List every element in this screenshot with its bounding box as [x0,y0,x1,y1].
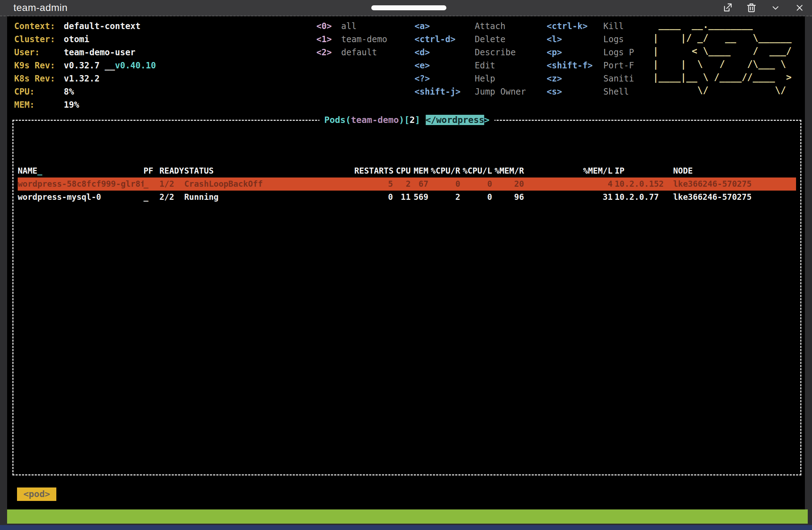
action-shortcut-key: <z> [547,72,562,85]
cell: _ [143,191,159,204]
info-value: otomi [64,33,89,46]
action-shortcut-key: <shift-j> [415,85,461,98]
namespace-shortcut-key: <1> [316,33,332,46]
breadcrumb-part: [ [404,115,410,125]
k9s-new-version: v0.40.10 [115,61,156,71]
column-header: STATUS [184,164,354,177]
cell: 2 [395,177,413,191]
breadcrumb-part: </wordpress [425,115,484,125]
action-shortcut-key: <?> [415,72,430,85]
info-label: K8s Rev: [14,72,55,85]
cell: 2 [430,191,462,204]
column-header: %CPU/L [462,164,494,177]
cell: 0 [462,177,494,191]
pods-panel: Pods(team-demo)[2] </wordpress> NAME_PFR… [12,120,801,475]
action-shortcut-label: Kill [603,20,624,33]
column-header: MEM [413,164,430,177]
cell: lke366246-570275 [673,177,796,191]
action-shortcut-label: Port-F [603,59,634,72]
info-value: 19% [64,98,79,112]
terminal-screen: Context:default-contextCluster:otomiUser… [7,16,805,509]
close-icon[interactable] [794,2,806,14]
breadcrumb-part: Pods( [324,115,351,125]
pods-table: NAME_PFREADYSTATUSRESTARTSCPUMEM%CPU/R%C… [13,160,800,204]
info-label: CPU: [14,85,35,98]
open-in-new-icon[interactable] [721,2,733,14]
info-value: v1.32.2 [64,72,100,85]
bottom-strip [0,525,812,530]
column-header: NODE [673,164,796,177]
chevron-down-icon[interactable] [769,2,782,14]
action-shortcut-label: Help [475,72,495,85]
info-value: default-context [64,20,141,33]
action-shortcut-label: Attach [475,20,506,33]
titlebar: team-admin [0,0,812,16]
titlebar-icons [721,2,806,14]
action-shortcut-label: Delete [475,33,506,46]
column-header: RESTARTS [354,164,395,177]
info-value: team-demo-user [64,46,135,59]
drag-handle[interactable] [371,5,446,10]
action-shortcut-key: <shift-f> [547,59,593,72]
cell: 31 [526,191,615,204]
cell: 5 [354,177,395,191]
namespace-shortcut-key: <0> [316,20,332,33]
action-shortcut-key: <l> [547,33,562,46]
pods-breadcrumb: Pods(team-demo)[2] </wordpress> [319,113,495,127]
action-shortcut-label: Saniti [603,72,634,85]
action-shortcut-label: Logs P [603,46,634,59]
cell: 2/2 [159,191,184,204]
column-header: IP [615,164,673,177]
action-shortcut-label: Shell [603,85,629,98]
info-label: Cluster: [14,33,55,46]
breadcrumb-part: 2 [410,115,415,125]
column-header: READY [159,164,184,177]
breadcrumb-part: > [484,115,490,125]
column-header: CPU [395,164,413,177]
table-header-row: NAME_PFREADYSTATUSRESTARTSCPUMEM%CPU/R%C… [18,164,796,177]
cell: Running [184,191,354,204]
info-label: MEM: [14,98,35,112]
cell: 0 [462,191,494,204]
trash-icon[interactable] [745,2,757,14]
namespace-shortcut-label: team-demo [341,33,387,46]
action-shortcut-key: <s> [547,85,562,98]
column-header: %MEM/L [526,164,615,177]
cell: 11 [395,191,413,204]
resource-badge: <pod> [17,487,56,501]
action-shortcut-key: <ctrl-k> [547,20,588,33]
action-shortcut-label: Jump Owner [475,85,526,98]
column-header: %CPU/R [430,164,462,177]
cell: wordpress-58c8fcf999-glr8f [18,177,143,191]
cell: 569 [413,191,430,204]
pod-row[interactable]: wordpress-58c8fcf999-glr8f_1/2CrashLoopB… [18,177,796,191]
breadcrumb-part: team-demo [351,115,399,125]
namespace-shortcut-label: all [341,20,356,33]
action-shortcut-label: Edit [475,59,495,72]
action-shortcut-key: <e> [415,59,430,72]
action-shortcut-key: <d> [415,46,430,59]
info-label: K9s Rev: [14,59,55,72]
action-shortcut-key: <ctrl-d> [415,33,456,46]
cell: 96 [494,191,526,204]
action-shortcut-key: <a> [415,20,430,33]
info-label: User: [14,46,40,59]
sort-indicator: _ [37,166,42,175]
pod-row[interactable]: wordpress-mysql-0_2/2Running011569209631… [18,191,796,204]
cell: 0 [430,177,462,191]
cell: 1/2 [159,177,184,191]
namespace-shortcut-label: default [341,46,377,59]
cell: CrashLoopBackOff [184,177,354,191]
cell: wordpress-mysql-0 [18,191,143,204]
breadcrumb-part: ] [415,115,425,125]
info-value: 8% [64,85,74,98]
cell: 10.2.0.152 [615,177,673,191]
window-title: team-admin [13,2,68,13]
tmux-status-bar: [0] 0:k9s* "tty-platform-admin-lk" 11:14… [7,509,808,524]
info-label: Context: [14,20,55,33]
column-header: %MEM/R [494,164,526,177]
cell: lke366246-570275 [673,191,796,204]
cell: 0 [354,191,395,204]
action-shortcut-label: Logs [603,33,624,46]
namespace-shortcut-key: <2> [316,46,332,59]
